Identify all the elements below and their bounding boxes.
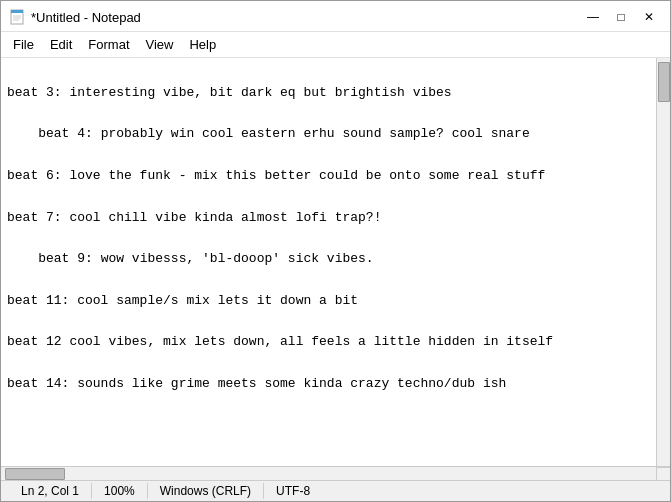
scrollbar-thumb-h[interactable]	[5, 468, 65, 480]
menu-view[interactable]: View	[138, 34, 182, 55]
title-bar: *Untitled - Notepad — □ ✕	[1, 1, 670, 32]
status-zoom: 100%	[92, 483, 148, 499]
status-encoding: UTF-8	[264, 483, 322, 499]
vertical-scrollbar[interactable]	[656, 58, 670, 466]
menu-file[interactable]: File	[5, 34, 42, 55]
status-line-ending: Windows (CRLF)	[148, 483, 264, 499]
scrollbar-thumb-v[interactable]	[658, 62, 670, 102]
menu-help[interactable]: Help	[181, 34, 224, 55]
title-bar-controls: — □ ✕	[580, 7, 662, 27]
menu-edit[interactable]: Edit	[42, 34, 80, 55]
notepad-window: *Untitled - Notepad — □ ✕ File Edit Form…	[0, 0, 671, 502]
scrollbar-corner	[656, 467, 670, 481]
editor-area	[1, 58, 670, 466]
window-title: *Untitled - Notepad	[31, 10, 141, 25]
horizontal-scrollbar-container	[1, 466, 670, 480]
text-editor[interactable]	[1, 58, 656, 466]
menu-format[interactable]: Format	[80, 34, 137, 55]
notepad-icon	[9, 9, 25, 25]
menu-bar: File Edit Format View Help	[1, 32, 670, 58]
close-button[interactable]: ✕	[636, 7, 662, 27]
status-bar: Ln 2, Col 1 100% Windows (CRLF) UTF-8	[1, 480, 670, 501]
svg-rect-1	[11, 10, 23, 13]
title-bar-left: *Untitled - Notepad	[9, 9, 141, 25]
maximize-button[interactable]: □	[608, 7, 634, 27]
minimize-button[interactable]: —	[580, 7, 606, 27]
status-position: Ln 2, Col 1	[9, 483, 92, 499]
